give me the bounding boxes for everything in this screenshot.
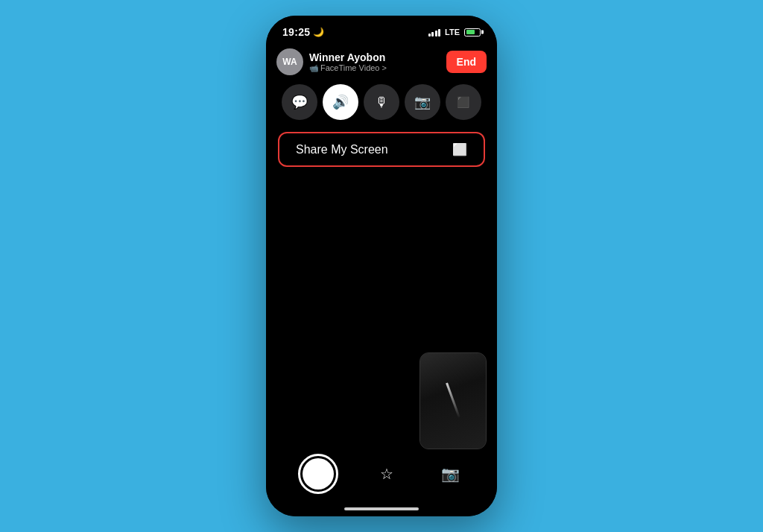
phone-frame: 19:25 🌙 LTE WA — [266, 16, 497, 516]
speaker-button[interactable]: 🔊 — [323, 84, 358, 120]
status-time-container: 19:25 🌙 — [282, 26, 324, 38]
controls-row: 💬 🔊 🎙 📷 ⬛ — [266, 81, 497, 127]
call-header: WA Winner Ayobon 📹 FaceTime Video > End — [266, 44, 497, 81]
caller-name: Winner Ayobon — [309, 51, 387, 63]
screen-share-small-icon: ⬛ — [457, 96, 469, 108]
speaker-icon: 🔊 — [332, 94, 349, 110]
end-call-button[interactable]: End — [446, 51, 487, 73]
lte-label: LTE — [445, 28, 460, 37]
home-indicator — [344, 507, 419, 510]
share-screen-label: Share My Screen — [296, 143, 388, 156]
time-display: 19:25 — [282, 26, 310, 38]
favorite-icon: ☆ — [380, 465, 393, 483]
preview-light — [446, 383, 460, 419]
camera-button[interactable]: 📷 — [435, 459, 465, 489]
status-bar: 19:25 🌙 LTE — [266, 16, 497, 44]
signal-bars-icon — [428, 28, 441, 37]
screen-share-control-button[interactable]: ⬛ — [446, 84, 481, 120]
share-screen-icon: ⬜ — [452, 142, 467, 156]
capture-button-fill — [303, 458, 334, 490]
battery-icon — [464, 28, 481, 37]
bottom-controls: ☆ 📷 — [266, 454, 497, 494]
call-type: 📹 FaceTime Video > — [309, 63, 387, 72]
status-icons: LTE — [428, 28, 481, 37]
microphone-icon: 🎙 — [375, 95, 388, 110]
call-type-icon: 📹 — [309, 64, 318, 72]
avatar: WA — [276, 48, 303, 75]
share-screen-button[interactable]: Share My Screen ⬜ — [278, 132, 485, 167]
capture-button[interactable] — [298, 454, 338, 494]
camera-flip-button[interactable]: 📷 — [405, 84, 440, 120]
message-icon: 💬 — [291, 94, 308, 110]
message-button[interactable]: 💬 — [282, 84, 317, 120]
camera-icon: 📷 — [414, 94, 431, 110]
preview-video-inner — [420, 353, 486, 449]
moon-icon: 🌙 — [313, 27, 324, 37]
microphone-button[interactable]: 🎙 — [364, 84, 399, 120]
caller-text: Winner Ayobon 📹 FaceTime Video > — [309, 51, 387, 72]
camera-bottom-icon: 📷 — [441, 465, 460, 483]
preview-video-thumbnail — [420, 352, 487, 449]
caller-info: WA Winner Ayobon 📹 FaceTime Video > — [276, 48, 387, 75]
share-screen-container: Share My Screen ⬜ — [266, 129, 497, 170]
favorite-button[interactable]: ☆ — [372, 459, 402, 489]
battery-fill — [466, 30, 475, 34]
